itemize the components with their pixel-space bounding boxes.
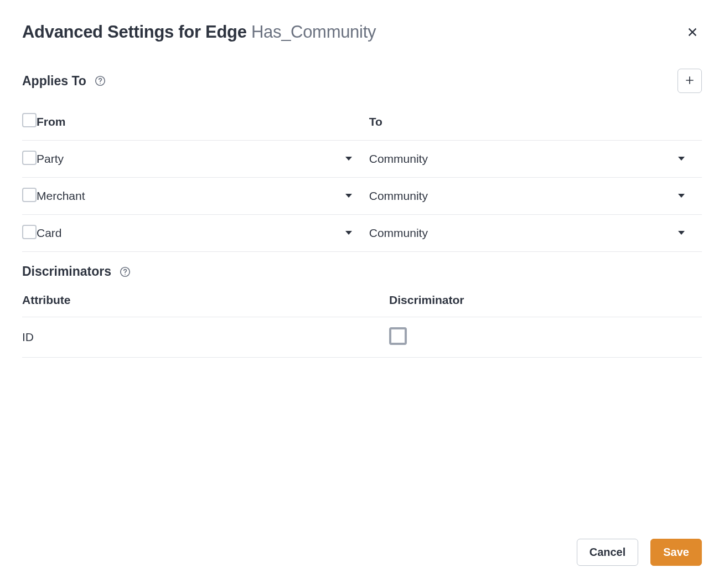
chevron-down-icon — [678, 230, 685, 236]
close-icon — [686, 32, 699, 40]
dialog-title-edge-name: Has_Community — [251, 22, 376, 42]
from-value: Party — [37, 152, 64, 166]
to-value: Community — [369, 189, 428, 203]
from-select[interactable]: Card — [37, 226, 369, 240]
table-row: ID — [22, 317, 702, 358]
dialog-title: Advanced Settings for Edge Has_Community — [22, 22, 376, 42]
help-icon[interactable] — [119, 266, 131, 278]
from-select[interactable]: Party — [37, 152, 369, 166]
help-icon[interactable] — [94, 75, 106, 87]
add-row-button[interactable] — [678, 69, 702, 93]
discriminator-checkbox[interactable] — [389, 327, 407, 345]
discriminators-section-header: Discriminators — [22, 264, 702, 279]
from-value: Merchant — [37, 189, 85, 203]
svg-point-3 — [125, 274, 126, 275]
advanced-settings-dialog: Advanced Settings for Edge Has_Community… — [0, 0, 724, 588]
to-select[interactable]: Community — [369, 226, 702, 240]
discriminators-title: Discriminators — [22, 264, 111, 279]
chevron-down-icon — [345, 156, 353, 162]
discriminators-title-wrap: Discriminators — [22, 264, 131, 279]
applies-to-table: From To Party Community — [22, 103, 702, 252]
applies-to-section-header: Applies To — [22, 69, 702, 93]
chevron-down-icon — [678, 193, 685, 199]
from-value: Card — [37, 226, 62, 240]
svg-point-1 — [100, 83, 101, 84]
to-select[interactable]: Community — [369, 189, 702, 203]
save-button[interactable]: Save — [650, 539, 702, 566]
row-checkbox[interactable] — [22, 188, 37, 202]
chevron-down-icon — [345, 230, 353, 236]
column-header-from: From — [37, 103, 369, 141]
table-row: Party Community — [22, 141, 702, 178]
table-row: Card Community — [22, 215, 702, 252]
select-all-checkbox[interactable] — [22, 113, 37, 127]
table-row: Merchant Community — [22, 178, 702, 215]
to-value: Community — [369, 152, 428, 166]
chevron-down-icon — [678, 156, 685, 162]
cancel-button[interactable]: Cancel — [577, 539, 639, 566]
dialog-title-prefix: Advanced Settings for Edge — [22, 22, 251, 42]
from-select[interactable]: Merchant — [37, 189, 369, 203]
dialog-header: Advanced Settings for Edge Has_Community — [22, 22, 702, 42]
plus-icon — [684, 75, 695, 87]
discriminators-header-row: Attribute Discriminator — [22, 283, 702, 317]
attribute-value: ID — [22, 331, 34, 343]
column-header-discriminator: Discriminator — [389, 283, 702, 317]
applies-to-header-row: From To — [22, 103, 702, 141]
dialog-footer: Cancel Save — [577, 539, 702, 566]
column-header-to: To — [369, 103, 702, 141]
applies-to-title: Applies To — [22, 74, 86, 89]
row-checkbox[interactable] — [22, 225, 37, 239]
to-value: Community — [369, 226, 428, 240]
row-checkbox[interactable] — [22, 151, 37, 165]
chevron-down-icon — [345, 193, 353, 199]
column-header-attribute: Attribute — [22, 283, 389, 317]
discriminators-table: Attribute Discriminator ID — [22, 283, 702, 358]
to-select[interactable]: Community — [369, 152, 702, 166]
applies-to-title-wrap: Applies To — [22, 74, 106, 89]
close-button[interactable] — [683, 23, 702, 42]
